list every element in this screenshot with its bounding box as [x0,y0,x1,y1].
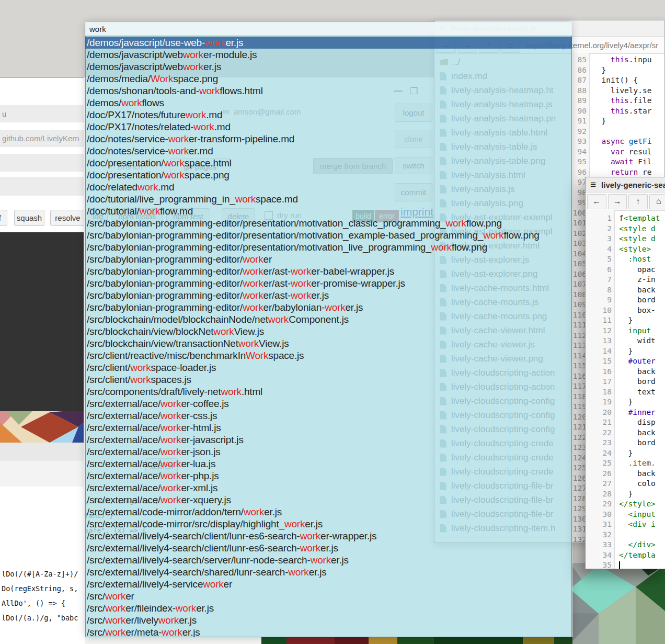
search-result-row[interactable]: /demos/media/Workspace.png [85,73,572,85]
search-result-row[interactable]: /demos/javascript/webworker-module.js [85,49,572,61]
search-result-row[interactable]: /src/external/ace/worker-lua.js [85,458,572,470]
search-result-row[interactable]: /src/worker/livelyworker.js [85,614,572,626]
search-result-row[interactable]: /src/external/lively4-search/server/lunr… [85,554,572,566]
line-number: 10 [586,306,614,316]
forward-button[interactable]: → [608,194,627,209]
search-result-row[interactable]: /src/external/ace/worker-php.js [85,470,572,482]
code-line [592,127,664,137]
search-result-row[interactable]: /src/external/ace/worker-xml.js [85,482,572,494]
wallpaper-triangles-bottom-right [570,563,665,644]
search-result-row[interactable]: /src/babylonian-programming-editor/worke… [85,289,572,301]
search-result-row[interactable]: /doc/notes/service-worker.md [85,145,572,157]
search-result-row[interactable]: /src/external/code-mirror/src/display/hi… [85,518,572,530]
code-window-titlebar[interactable]: ≡ lively-generic-search.js [586,177,665,193]
code-line: widt [619,336,665,346]
line-number: 34 [586,550,614,561]
search-result-row[interactable]: /src/external/lively4-search/client/lunr… [85,530,572,542]
squash-button[interactable]: squash [14,210,44,226]
line-number: 93 [572,137,589,147]
search-result-row[interactable]: /src/babylonian-programming-editor/worke… [85,301,572,313]
search-result-row[interactable]: /src/babylonian-programming-editor/worke… [85,253,572,265]
search-result-row[interactable]: /doc/notes/service-worker-transform-pipe… [85,133,572,145]
search-result-row[interactable]: /demos/javascript/webworker.js [85,61,572,73]
search-result-row[interactable]: /src/client/reactive/misc/benchmarkInWor… [85,349,572,361]
line-number: 26 [586,469,614,479]
code-line: <style d [619,234,665,244]
code-line: input [619,326,665,336]
search-result-row[interactable]: /src/external/ace/worker-javascript.js [85,434,572,446]
editor-code[interactable]: f<templat<style d<style d<style> :host o… [619,210,665,569]
resolve-button-label: resolve [55,213,80,222]
search-result-row[interactable]: /src/external/ace/worker-css.js [85,410,572,422]
search-result-row[interactable]: /doc/tutorial/live_programming_in_worksp… [85,193,572,205]
left-field-1[interactable]: u [0,105,84,122]
line-number: 96 [572,167,589,178]
search-result-row[interactable]: /doc/tutorial/workflow.md [85,205,572,217]
search-result-row[interactable]: /demos/shonan/tools-and-workflows.html [85,85,572,97]
search-result-row[interactable]: /src/worker/meta-worker.js [85,626,572,637]
line-number: 20 [586,408,614,418]
search-result-row[interactable]: /src/external/ace/worker-html.js [85,422,572,434]
back-button[interactable]: ← [587,194,606,209]
code-line: f<templat [619,213,665,224]
up-button[interactable]: ↑ [628,194,648,209]
search-result-row[interactable]: /doc/presentation/workspace.html [85,157,572,169]
code-line: bord [619,295,665,306]
search-result-row[interactable]: /doc/PX17/notes/futurework.md [85,109,572,121]
search-result-row[interactable]: /src/blockchain/view/transactionNetworkV… [85,337,572,349]
line-number: 17 [586,377,614,387]
search-result-row[interactable]: /doc/presentation/workspace.png [85,169,572,181]
search-result-row[interactable]: /src/worker [85,590,572,602]
line-number: 24 [586,448,614,459]
line-number: 88 [572,86,589,96]
code-line [619,530,665,540]
search-result-row[interactable]: /src/babylonian-programming-editor/prese… [85,241,572,253]
search-result-row[interactable]: /src/external/lively4-search/shared/lunr… [85,566,572,578]
code-line: opac [619,265,665,275]
code-line: } [592,116,664,127]
search-result-row[interactable]: /src/worker/fileindex-worker.js [85,602,572,614]
line-number: 23 [586,438,614,448]
search-result-row[interactable]: /src/external/lively4-serviceworker [85,578,572,590]
line-number: 13 [586,336,614,346]
repo-url-value: github.com/LivelyKern [2,134,79,143]
code-window-navbar: ← → ↑ ⌂ [586,193,665,211]
left-field-4[interactable] [0,177,84,196]
search-result-row[interactable]: /demos/workflows [85,97,572,109]
search-result-row[interactable]: /src/external/ace/worker-coffee.js [85,398,572,410]
search-result-row[interactable]: /src/external/lively4-search/client/lunr… [85,542,572,554]
code-window: ≡ lively-generic-search.js ← → ↑ ⌂ 12345… [585,177,665,569]
menu-icon[interactable]: ≡ [590,179,596,190]
search-result-row[interactable]: /src/babylonian-programming-editor/prese… [85,229,572,241]
line-number: 19 [586,397,614,408]
search-result-row[interactable]: /doc/relatedwork.md [85,181,572,193]
code-line: } [592,65,664,76]
search-result-row[interactable]: /src/blockchain/view/blockNetworkView.js [85,325,572,337]
search-result-row[interactable]: /src/client/workspaces.js [85,374,572,386]
line-number: 5 [586,254,614,265]
code-line: back [619,469,665,479]
search-result-row[interactable]: /src/external/ace/worker-xquery.js [85,494,572,506]
search-result-row[interactable]: /src/client/workspace-loader.js [85,361,572,374]
home-button[interactable]: ⌂ [649,194,665,209]
editor-gutter: 1234567891011121314151617181920212223242… [586,210,615,569]
search-result-row[interactable]: /doc/PX17/notes/related-work.md [85,121,572,133]
left-field-repo-url[interactable]: github.com/LivelyKern [0,130,84,147]
search-result-row[interactable]: /src/babylonian-programming-editor/prese… [85,217,572,229]
search-result-row[interactable]: /src/external/ace/worker-json.js [85,446,572,458]
search-input[interactable] [85,22,572,36]
diff-button[interactable]: diff [0,210,7,226]
search-result-row[interactable]: /src/components/draft/lively-network.htm… [85,386,572,398]
resolve-button[interactable]: resolve [50,210,84,226]
search-result-row[interactable]: /src/external/code-mirror/addon/tern/wor… [85,506,572,518]
search-result-row[interactable]: /src/babylonian-programming-editor/worke… [85,265,572,277]
line-number: 33 [586,540,614,550]
search-result-row[interactable]: /src/blockchain/model/blockchainNode/net… [85,313,572,325]
line-number: 31 [586,519,614,530]
left-gray-band-2 [0,460,84,487]
line-number: 6 [586,265,614,275]
search-result-row[interactable]: /demos/javascript/use-web-worker.js [85,37,572,49]
left-field-3[interactable] [0,154,84,172]
search-result-row[interactable]: /src/babylonian-programming-editor/worke… [85,277,572,289]
line-number: 11 [586,315,614,326]
